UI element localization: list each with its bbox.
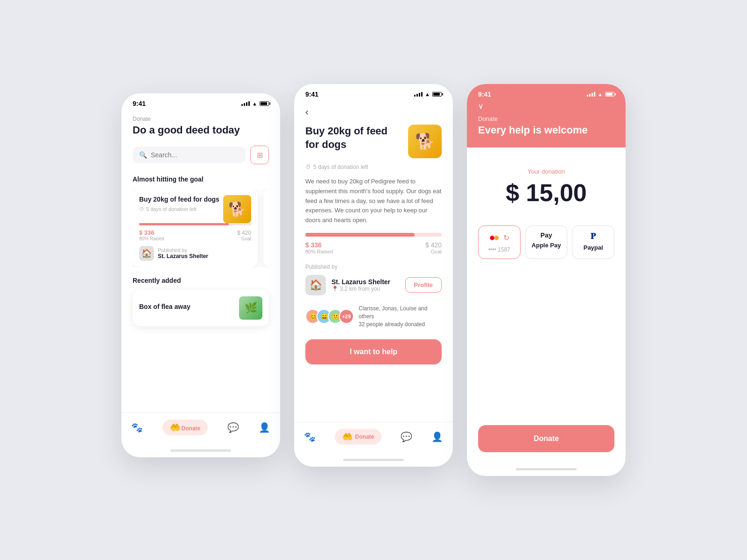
status-time-2: 9:41 (305, 91, 318, 98)
donate-label-3: Donate (478, 115, 614, 122)
status-icons-2: ▲ (414, 91, 442, 97)
home-indicator-3 (516, 468, 577, 470)
paws-icon-2: 🐾 (304, 431, 316, 442)
status-bar-2: 9:41 ▲ (294, 84, 453, 102)
section-recently-added: Recently added (133, 277, 269, 284)
phone-3-body: Your donation $ 15,00 ● ● ↻ •••• 1587 (467, 147, 626, 463)
cards-row-1: Buy 20kg of feed for dogs ⏱ 5 days of do… (133, 189, 269, 267)
raised-amount-1: $ 336 (139, 229, 164, 236)
your-donation-label: Your donation (478, 168, 614, 175)
applepay-icon: Pay (541, 231, 552, 239)
status-icons-1: ▲ (241, 101, 269, 106)
nav-chat-1[interactable]: 💬 (227, 422, 239, 433)
nav-donate-1[interactable]: 🤲 Donate (162, 420, 208, 435)
back-button[interactable]: ‹ (305, 106, 309, 117)
paypal-label: Paypal (584, 244, 603, 251)
detail-goal: $ 420 (425, 241, 442, 249)
donate-icon-2: 🤲 (342, 432, 352, 442)
location-icon: 📍 (331, 286, 338, 292)
publisher-name-2: St. Lazarus Shelter (331, 278, 390, 286)
search-icon: 🔍 (139, 151, 147, 159)
published-by-label-2: Published by (305, 264, 442, 270)
detail-raised-label: 80% Raised (305, 249, 333, 254)
applepay-label: Apple Pay (532, 242, 561, 249)
every-help-title: Every help is welcome (478, 124, 614, 136)
donors-row: 😊 😄 🙂 +29 Clarisse, Jonas, Louise and ot… (305, 305, 442, 328)
search-box[interactable]: 🔍 (133, 147, 246, 163)
home-indicator-2 (343, 459, 404, 461)
progress-bar-wrap-1 (139, 223, 251, 225)
recently-card-title: Box of flea away (139, 302, 233, 311)
nav-paws[interactable]: 🐾 (131, 422, 143, 433)
search-input[interactable] (151, 151, 239, 159)
payment-card-paypal[interactable]: 𝐏 Paypal (572, 225, 614, 259)
published-by-label-1: Published by (158, 247, 208, 253)
flea-product-icon: 🌿 (245, 302, 257, 314)
goal-label-1: Goal (237, 236, 251, 241)
signal-icon-2 (414, 92, 423, 97)
recently-card-flea[interactable]: Box of flea away 🌿 (133, 290, 269, 326)
nav-chat-2[interactable]: 💬 (401, 431, 412, 442)
raised-label-1: 80% Raised (139, 236, 164, 241)
dog-food-bag-icon: 🐕 (228, 201, 246, 217)
dog-food-img-2: 🐕 (415, 132, 435, 151)
detail-img: 🐕 (408, 125, 442, 158)
nav-paws-2[interactable]: 🐾 (304, 431, 316, 442)
publisher-location: 📍 3.2 km from you (331, 286, 390, 292)
phone-1: 9:41 ▲ Donate Do a good deed today (121, 93, 280, 457)
detail-goal-label: Goal (425, 249, 442, 254)
chevron-down-icon[interactable]: ∨ (478, 102, 614, 111)
card-number: •••• 1587 (488, 246, 510, 253)
publisher-detail-row: 🏠 St. Lazarus Shelter 📍 3.2 km from you … (305, 275, 442, 295)
phone-2: 9:41 ▲ ‹ Buy 20kg of feed (294, 84, 453, 467)
status-time-1: 9:41 (133, 100, 146, 107)
clock-icon: ⏱ (139, 206, 144, 212)
home-indicator-1 (170, 449, 231, 452)
nav-donate-label-1: Donate (182, 425, 201, 432)
goal-amount-1: $ 420 (237, 230, 251, 236)
status-icons-3: ▲ (587, 91, 614, 97)
donate-button[interactable]: Donate (478, 425, 614, 452)
payment-card-applepay[interactable]: Pay Apple Pay (525, 225, 568, 259)
nav-donate-label-2: Donate (355, 434, 374, 440)
publisher-avatar-1: 🏠 (139, 246, 154, 261)
phones-container: 9:41 ▲ Donate Do a good deed today (103, 56, 644, 504)
phone-3-header: 9:41 ▲ ∨ Donate Every help is welc (467, 84, 626, 147)
filter-button[interactable]: ⊞ (250, 146, 269, 164)
signal-icon-3 (587, 92, 595, 97)
status-time-3: 9:41 (478, 91, 491, 98)
status-bar-1: 9:41 ▲ (121, 93, 280, 111)
signal-icon (241, 101, 250, 106)
partial-card: L... ⏱ $ 75% 🐾 (263, 189, 269, 267)
nav-profile-1[interactable]: 👤 (259, 422, 270, 433)
donation-amount: $ 15,00 (478, 179, 614, 207)
card-dog-food-title: Buy 20kg of feed for dogs (139, 195, 219, 203)
want-help-button[interactable]: I want to help (305, 339, 442, 364)
publisher-name-1: St. Lazarus Shelter (158, 253, 208, 259)
chat-icon-2: 💬 (401, 431, 412, 442)
bottom-nav-1: 🐾 🤲 Donate 💬 👤 (121, 413, 280, 445)
detail-description: We need to buy 20kg of Pedigree feed to … (305, 177, 442, 225)
refresh-icon: ↻ (503, 233, 509, 242)
detail-amounts: $ 336 80% Raised $ 420 Goal (305, 241, 442, 254)
clock-icon-2: ⏱ (305, 164, 311, 170)
flea-product-img: 🌿 (239, 296, 262, 320)
phone-3: 9:41 ▲ ∨ Donate Every help is welc (467, 84, 626, 476)
main-title-1: Do a good deed today (133, 124, 269, 136)
donate-label-1: Donate (133, 116, 269, 122)
status-bar-3: 9:41 ▲ (478, 84, 614, 102)
battery-icon-3 (605, 92, 614, 97)
profile-button[interactable]: Profile (405, 277, 442, 293)
battery-icon-2 (432, 92, 442, 97)
profile-icon-1: 👤 (259, 422, 270, 433)
publisher-avatar-2: 🏠 (305, 275, 326, 295)
recently-section: Recently added Box of flea away 🌿 (133, 277, 269, 326)
detail-progress-wrap (305, 233, 442, 237)
payment-methods: ● ● ↻ •••• 1587 Pay Apple Pay 𝐏 (478, 225, 614, 259)
nav-donate-2[interactable]: 🤲 Donate (335, 429, 382, 445)
card-dog-food[interactable]: Buy 20kg of feed for dogs ⏱ 5 days of do… (133, 189, 258, 267)
donors-text: Clarisse, Jonas, Louise and others 32 pe… (359, 305, 442, 328)
payment-card-mastercard[interactable]: ● ● ↻ •••• 1587 (478, 225, 521, 259)
donors-count-badge: +29 (339, 309, 354, 324)
nav-profile-2[interactable]: 👤 (431, 431, 443, 442)
